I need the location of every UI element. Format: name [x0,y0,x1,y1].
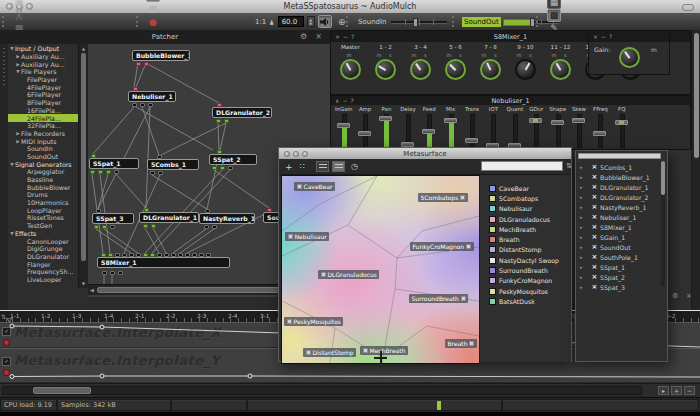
module-tree-item[interactable]: FrequencySh... [8,268,79,276]
module-tree-item[interactable]: Flanger [8,260,79,268]
panel-gear-icon[interactable]: ⚙ [672,292,678,300]
mute-solo-buttons[interactable]: m s [446,52,464,59]
contraption-list-item[interactable]: ▸ × SSpat_1 [576,262,660,272]
mute-solo-buttons[interactable]: m [347,52,355,59]
slider-thumb[interactable] [551,120,564,125]
module-tree-item[interactable]: 16FilePla... [8,107,79,115]
cut-button[interactable]: ╳ [12,9,26,22]
scroll-left-icon[interactable]: ◀ [90,287,94,293]
channel-gain-knob[interactable] [550,59,571,80]
slider-thumb[interactable] [572,118,585,123]
patch-port[interactable] [151,224,156,228]
sort-icon[interactable]: ⇅ [566,162,572,170]
param-slider[interactable] [528,114,544,148]
contraption-list-item[interactable]: ▸ × S8Mixer_1 [576,222,660,232]
show-automation-button[interactable]: ▩ [547,9,561,22]
contraption-list-item[interactable]: ▸ × NastyReverb_1 [576,202,660,212]
toolbar-grip[interactable] [346,16,351,27]
remove-icon[interactable]: × [589,203,600,211]
param-slider[interactable] [336,114,352,148]
expand-icon[interactable]: ▸ [576,284,589,290]
remove-icon[interactable]: × [589,233,600,241]
module-tree-item[interactable]: 6FilePlayer [8,91,79,99]
patch-port[interactable] [150,253,155,257]
snapshot-search-input[interactable] [481,161,563,171]
module-tree-item[interactable]: LiveLooper [8,276,79,284]
module-tree-item[interactable]: 10Harmonics [8,199,79,207]
expand-icon[interactable]: ▸ [576,254,589,260]
remove-icon[interactable]: × [589,213,600,221]
select-tool-button[interactable]: ▸ [658,386,669,395]
patch-port[interactable] [178,253,183,257]
patch-port[interactable] [96,209,101,213]
panel-close-icon[interactable]: × [313,32,324,41]
slider-thumb[interactable] [379,116,392,121]
slider-thumb[interactable] [422,129,435,134]
patch-port[interactable] [94,225,99,229]
surface-snapshot-label[interactable]: PeskyMosquitos [284,317,343,326]
patch-port[interactable] [140,103,145,107]
patch-port[interactable] [102,271,107,275]
patch-port[interactable] [90,170,95,174]
module-tree-item[interactable]: 4FilePlayer [8,83,79,91]
help-icon[interactable]: ? [350,97,356,104]
gain-mute-button[interactable]: m [651,46,657,53]
patch-port[interactable] [204,225,209,229]
patch-port[interactable] [217,150,222,154]
expand-icon[interactable]: ▸ [576,174,589,180]
patch-node[interactable]: DLGranulator_2 [212,107,272,118]
contraption-list-item[interactable]: ▸ × Nebuliser_1 [576,212,660,222]
slider-thumb[interactable] [444,118,457,123]
patch-port[interactable] [115,253,120,257]
patch-port[interactable] [136,253,141,257]
module-tree-item[interactable]: Arpeggiator [8,168,79,176]
soundin-slider[interactable] [391,17,447,26]
interpolation-crosshair[interactable] [374,351,387,364]
scroll-up-icon[interactable]: ▲ [79,46,88,51]
module-tree-item[interactable]: FilePlayer [8,76,79,84]
surface-snapshot-label[interactable]: 5Combatops [418,193,468,202]
surface-snapshot-label[interactable]: DLGranuladocus [318,270,379,279]
module-tree-item[interactable]: BubbleBlower [8,183,79,191]
module-tree-item[interactable]: ▶ MIDI Inputs [8,137,79,145]
param-slider[interactable] [592,114,608,148]
param-slider[interactable] [357,114,373,148]
surface-snapshot-label[interactable]: Breath [445,339,477,348]
module-tree-item[interactable]: ▼ Input / Output [8,45,79,53]
snapshot-item[interactable]: DistantStomp [480,245,571,255]
patch-port[interactable] [91,154,96,158]
toolbar-grip[interactable] [2,16,7,27]
param-slider[interactable] [400,114,416,148]
patch-port[interactable] [150,171,155,175]
contraption-list-filter[interactable] [578,153,661,159]
toolbar-grip[interactable] [452,16,457,27]
contraption-list-item[interactable]: ▸ × DLGranulator_2 [576,192,660,202]
snapshot-item[interactable]: NastyDactyl Swoop [480,255,571,265]
snapshot-item[interactable]: 5Combatops [480,193,571,203]
expand-icon[interactable]: ▸ [576,214,589,220]
patch-port[interactable] [101,253,106,257]
remove-icon[interactable]: × [589,183,600,191]
patch-port[interactable] [108,253,113,257]
patch-port[interactable] [217,103,222,107]
patch-port[interactable] [212,166,217,170]
patch-node[interactable]: SSpat_3 [92,213,134,224]
close-icon[interactable]: × [335,33,343,40]
dock-vscrollbar-thumb[interactable] [694,33,699,158]
expand-icon[interactable]: ▸ [576,234,589,240]
remove-icon[interactable]: × [589,263,600,271]
channel-gain-knob[interactable] [340,59,361,80]
contraption-list-item[interactable]: ▸ × SSpat_2 [576,272,660,282]
patch-port[interactable] [143,224,148,228]
module-tree-item[interactable]: LoopPlayer [8,206,79,214]
toolbar-toggle-icon[interactable] [682,4,694,11]
snapshot-item[interactable]: SurroundBreath [480,265,571,275]
soundout-slider-thumb[interactable] [530,18,535,27]
snapshot-item[interactable]: MechBreath [480,224,571,234]
patch-port[interactable] [133,87,138,91]
contraption-list-scrollbar[interactable] [661,161,665,286]
module-tree-item[interactable]: ▼ Effects [8,230,79,238]
contraption-list-scrollbar-thumb[interactable] [661,161,665,195]
module-tree-item[interactable]: 32FilePla... [8,122,79,130]
module-tree-item[interactable]: TestGen [8,222,79,230]
